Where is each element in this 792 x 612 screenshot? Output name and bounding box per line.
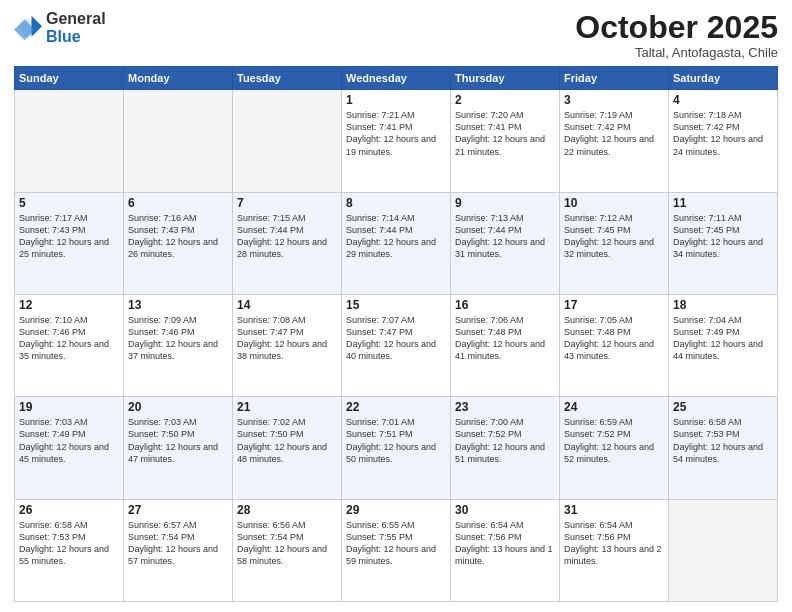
calendar-table: Sunday Monday Tuesday Wednesday Thursday… [14,66,778,602]
cell-info: Sunrise: 6:55 AMSunset: 7:55 PMDaylight:… [346,519,446,568]
day-number: 25 [673,400,773,414]
table-row: 26Sunrise: 6:58 AMSunset: 7:53 PMDayligh… [15,499,124,601]
day-number: 27 [128,503,228,517]
day-number: 26 [19,503,119,517]
cell-info: Sunrise: 7:20 AMSunset: 7:41 PMDaylight:… [455,109,555,158]
sunrise-text: Sunrise: 7:05 AM [564,315,633,325]
table-row: 3Sunrise: 7:19 AMSunset: 7:42 PMDaylight… [560,90,669,192]
sunrise-text: Sunrise: 7:03 AM [128,417,197,427]
day-number: 24 [564,400,664,414]
header: General Blue October 2025 Taltal, Antofa… [14,10,778,60]
day-number: 7 [237,196,337,210]
table-row: 7Sunrise: 7:15 AMSunset: 7:44 PMDaylight… [233,192,342,294]
sunset-text: Sunset: 7:56 PM [455,532,522,542]
cell-info: Sunrise: 7:19 AMSunset: 7:42 PMDaylight:… [564,109,664,158]
daylight-text: Daylight: 12 hours and 55 minutes. [19,544,109,566]
sunset-text: Sunset: 7:44 PM [455,225,522,235]
month-title: October 2025 [575,10,778,45]
daylight-text: Daylight: 12 hours and 44 minutes. [673,339,763,361]
sunset-text: Sunset: 7:55 PM [346,532,413,542]
cell-info: Sunrise: 6:57 AMSunset: 7:54 PMDaylight:… [128,519,228,568]
table-row: 31Sunrise: 6:54 AMSunset: 7:56 PMDayligh… [560,499,669,601]
daylight-text: Daylight: 12 hours and 52 minutes. [564,442,654,464]
day-number: 15 [346,298,446,312]
sunrise-text: Sunrise: 7:12 AM [564,213,633,223]
sunrise-text: Sunrise: 6:58 AM [19,520,88,530]
svg-marker-1 [32,15,43,36]
daylight-text: Daylight: 12 hours and 40 minutes. [346,339,436,361]
table-row: 14Sunrise: 7:08 AMSunset: 7:47 PMDayligh… [233,294,342,396]
cell-info: Sunrise: 6:58 AMSunset: 7:53 PMDaylight:… [19,519,119,568]
cell-info: Sunrise: 7:02 AMSunset: 7:50 PMDaylight:… [237,416,337,465]
sunset-text: Sunset: 7:42 PM [564,122,631,132]
calendar-week-4: 19Sunrise: 7:03 AMSunset: 7:49 PMDayligh… [15,397,778,499]
table-row: 27Sunrise: 6:57 AMSunset: 7:54 PMDayligh… [124,499,233,601]
sunset-text: Sunset: 7:45 PM [673,225,740,235]
table-row [15,90,124,192]
day-number: 10 [564,196,664,210]
sunrise-text: Sunrise: 7:04 AM [673,315,742,325]
sunset-text: Sunset: 7:56 PM [564,532,631,542]
day-number: 6 [128,196,228,210]
logo-icon [14,14,42,42]
sunset-text: Sunset: 7:44 PM [237,225,304,235]
sunset-text: Sunset: 7:49 PM [673,327,740,337]
day-number: 12 [19,298,119,312]
cell-info: Sunrise: 7:11 AMSunset: 7:45 PMDaylight:… [673,212,773,261]
table-row: 9Sunrise: 7:13 AMSunset: 7:44 PMDaylight… [451,192,560,294]
sunset-text: Sunset: 7:47 PM [346,327,413,337]
cell-info: Sunrise: 7:16 AMSunset: 7:43 PMDaylight:… [128,212,228,261]
table-row: 18Sunrise: 7:04 AMSunset: 7:49 PMDayligh… [669,294,778,396]
daylight-text: Daylight: 12 hours and 19 minutes. [346,134,436,156]
daylight-text: Daylight: 12 hours and 31 minutes. [455,237,545,259]
sunset-text: Sunset: 7:42 PM [673,122,740,132]
day-number: 20 [128,400,228,414]
day-number: 31 [564,503,664,517]
cell-info: Sunrise: 7:00 AMSunset: 7:52 PMDaylight:… [455,416,555,465]
daylight-text: Daylight: 12 hours and 43 minutes. [564,339,654,361]
daylight-text: Daylight: 12 hours and 50 minutes. [346,442,436,464]
cell-info: Sunrise: 7:07 AMSunset: 7:47 PMDaylight:… [346,314,446,363]
day-number: 18 [673,298,773,312]
sunset-text: Sunset: 7:43 PM [128,225,195,235]
cell-info: Sunrise: 7:12 AMSunset: 7:45 PMDaylight:… [564,212,664,261]
sunset-text: Sunset: 7:53 PM [19,532,86,542]
daylight-text: Daylight: 12 hours and 22 minutes. [564,134,654,156]
day-number: 16 [455,298,555,312]
header-friday: Friday [560,67,669,90]
sunrise-text: Sunrise: 7:19 AM [564,110,633,120]
day-number: 29 [346,503,446,517]
sunset-text: Sunset: 7:52 PM [564,429,631,439]
sunrise-text: Sunrise: 7:03 AM [19,417,88,427]
sunrise-text: Sunrise: 7:09 AM [128,315,197,325]
page: General Blue October 2025 Taltal, Antofa… [0,0,792,612]
daylight-text: Daylight: 12 hours and 51 minutes. [455,442,545,464]
sunset-text: Sunset: 7:41 PM [346,122,413,132]
sunrise-text: Sunrise: 6:59 AM [564,417,633,427]
sunset-text: Sunset: 7:41 PM [455,122,522,132]
logo-text: General Blue [46,10,106,45]
sunset-text: Sunset: 7:48 PM [564,327,631,337]
sunrise-text: Sunrise: 6:56 AM [237,520,306,530]
table-row: 15Sunrise: 7:07 AMSunset: 7:47 PMDayligh… [342,294,451,396]
daylight-text: Daylight: 12 hours and 24 minutes. [673,134,763,156]
sunrise-text: Sunrise: 7:16 AM [128,213,197,223]
table-row: 5Sunrise: 7:17 AMSunset: 7:43 PMDaylight… [15,192,124,294]
table-row: 1Sunrise: 7:21 AMSunset: 7:41 PMDaylight… [342,90,451,192]
sunset-text: Sunset: 7:52 PM [455,429,522,439]
title-block: October 2025 Taltal, Antofagasta, Chile [575,10,778,60]
table-row [233,90,342,192]
logo: General Blue [14,10,106,45]
daylight-text: Daylight: 12 hours and 26 minutes. [128,237,218,259]
sunrise-text: Sunrise: 7:18 AM [673,110,742,120]
table-row: 23Sunrise: 7:00 AMSunset: 7:52 PMDayligh… [451,397,560,499]
daylight-text: Daylight: 12 hours and 25 minutes. [19,237,109,259]
daylight-text: Daylight: 12 hours and 35 minutes. [19,339,109,361]
day-number: 23 [455,400,555,414]
cell-info: Sunrise: 6:59 AMSunset: 7:52 PMDaylight:… [564,416,664,465]
sunset-text: Sunset: 7:46 PM [128,327,195,337]
calendar-week-3: 12Sunrise: 7:10 AMSunset: 7:46 PMDayligh… [15,294,778,396]
cell-info: Sunrise: 7:21 AMSunset: 7:41 PMDaylight:… [346,109,446,158]
table-row: 16Sunrise: 7:06 AMSunset: 7:48 PMDayligh… [451,294,560,396]
sunrise-text: Sunrise: 6:57 AM [128,520,197,530]
